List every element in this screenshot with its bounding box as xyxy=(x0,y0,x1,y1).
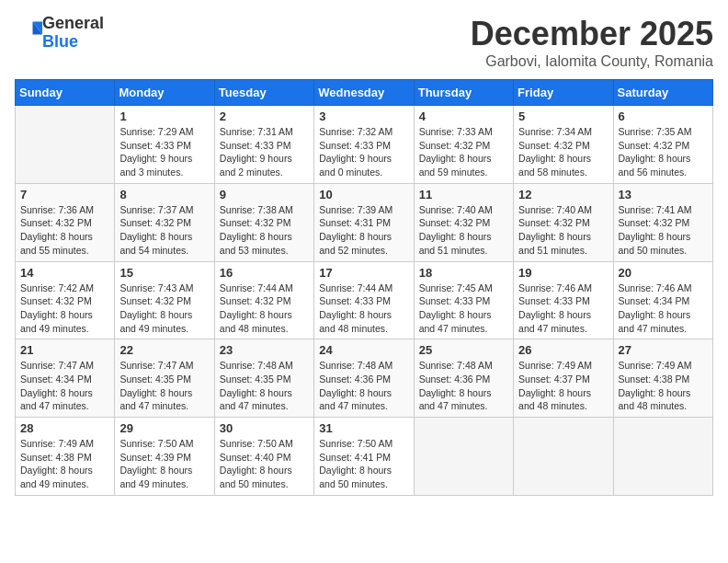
day-number: 15 xyxy=(119,266,209,280)
calendar-cell: 18Sunrise: 7:45 AM Sunset: 4:33 PM Dayli… xyxy=(414,261,513,339)
calendar-cell: 29Sunrise: 7:50 AM Sunset: 4:39 PM Dayli… xyxy=(115,418,214,496)
day-details: Sunrise: 7:48 AM Sunset: 4:36 PM Dayligh… xyxy=(319,359,408,413)
weekday-header-wednesday: Wednesday xyxy=(314,80,414,106)
week-row-3: 14Sunrise: 7:42 AM Sunset: 4:32 PM Dayli… xyxy=(16,261,713,339)
day-details: Sunrise: 7:39 AM Sunset: 4:31 PM Dayligh… xyxy=(319,203,408,258)
day-details: Sunrise: 7:42 AM Sunset: 4:32 PM Dayligh… xyxy=(20,282,109,336)
day-details: Sunrise: 7:46 AM Sunset: 4:34 PM Dayligh… xyxy=(619,282,708,336)
weekday-header-tuesday: Tuesday xyxy=(214,80,313,106)
day-details: Sunrise: 7:50 AM Sunset: 4:39 PM Dayligh… xyxy=(119,437,209,491)
day-number: 30 xyxy=(220,421,309,435)
calendar-cell: 9Sunrise: 7:38 AM Sunset: 4:32 PM Daylig… xyxy=(214,183,313,261)
day-number: 18 xyxy=(419,266,508,280)
day-number: 12 xyxy=(518,188,608,201)
calendar-cell: 22Sunrise: 7:47 AM Sunset: 4:35 PM Dayli… xyxy=(115,339,214,418)
calendar-cell: 19Sunrise: 7:46 AM Sunset: 4:33 PM Dayli… xyxy=(514,261,613,339)
calendar-cell: 2Sunrise: 7:31 AM Sunset: 4:33 PM Daylig… xyxy=(214,106,313,184)
day-number: 27 xyxy=(619,343,708,357)
calendar-cell: 16Sunrise: 7:44 AM Sunset: 4:32 PM Dayli… xyxy=(214,261,313,339)
day-number: 2 xyxy=(220,109,309,123)
day-details: Sunrise: 7:49 AM Sunset: 4:38 PM Dayligh… xyxy=(619,359,708,413)
location-subtitle: Garbovi, Ialomita County, Romania xyxy=(471,53,713,70)
day-number: 28 xyxy=(20,421,109,435)
calendar-cell: 4Sunrise: 7:33 AM Sunset: 4:32 PM Daylig… xyxy=(414,106,513,184)
calendar-cell: 15Sunrise: 7:43 AM Sunset: 4:32 PM Dayli… xyxy=(115,261,214,339)
day-details: Sunrise: 7:38 AM Sunset: 4:32 PM Dayligh… xyxy=(220,203,309,258)
day-details: Sunrise: 7:44 AM Sunset: 4:33 PM Dayligh… xyxy=(319,282,408,336)
weekday-header-saturday: Saturday xyxy=(613,80,712,106)
day-number: 21 xyxy=(20,343,109,357)
month-title: December 2025 xyxy=(471,15,713,53)
calendar-cell: 23Sunrise: 7:48 AM Sunset: 4:35 PM Dayli… xyxy=(214,339,313,418)
calendar-cell: 26Sunrise: 7:49 AM Sunset: 4:37 PM Dayli… xyxy=(514,339,613,418)
day-details: Sunrise: 7:43 AM Sunset: 4:32 PM Dayligh… xyxy=(119,282,209,336)
page-header: General Blue December 2025 Garbovi, Ialo… xyxy=(15,15,713,70)
calendar-cell: 1Sunrise: 7:29 AM Sunset: 4:33 PM Daylig… xyxy=(115,106,214,184)
logo-icon xyxy=(17,18,42,44)
week-row-5: 28Sunrise: 7:49 AM Sunset: 4:38 PM Dayli… xyxy=(16,418,713,496)
day-number: 16 xyxy=(220,266,309,280)
day-number: 31 xyxy=(319,421,408,435)
day-number: 9 xyxy=(220,188,309,201)
day-number: 20 xyxy=(619,266,708,280)
calendar-cell: 27Sunrise: 7:49 AM Sunset: 4:38 PM Dayli… xyxy=(613,339,712,418)
day-details: Sunrise: 7:49 AM Sunset: 4:37 PM Dayligh… xyxy=(518,359,608,413)
day-details: Sunrise: 7:48 AM Sunset: 4:36 PM Dayligh… xyxy=(419,359,508,413)
calendar-cell xyxy=(16,106,115,184)
title-area: December 2025 Garbovi, Ialomita County, … xyxy=(471,15,713,70)
day-number: 17 xyxy=(319,266,408,280)
logo: General Blue xyxy=(15,15,104,52)
weekday-header-monday: Monday xyxy=(115,80,214,106)
calendar-cell: 21Sunrise: 7:47 AM Sunset: 4:34 PM Dayli… xyxy=(16,339,115,418)
day-number: 1 xyxy=(119,109,209,123)
week-row-4: 21Sunrise: 7:47 AM Sunset: 4:34 PM Dayli… xyxy=(16,339,713,418)
calendar-cell: 11Sunrise: 7:40 AM Sunset: 4:32 PM Dayli… xyxy=(414,183,513,261)
day-details: Sunrise: 7:47 AM Sunset: 4:34 PM Dayligh… xyxy=(20,359,109,413)
calendar-table: SundayMondayTuesdayWednesdayThursdayFrid… xyxy=(15,79,713,496)
day-number: 8 xyxy=(119,188,209,201)
day-details: Sunrise: 7:31 AM Sunset: 4:33 PM Dayligh… xyxy=(220,125,309,179)
calendar-cell: 17Sunrise: 7:44 AM Sunset: 4:33 PM Dayli… xyxy=(314,261,414,339)
day-details: Sunrise: 7:35 AM Sunset: 4:32 PM Dayligh… xyxy=(619,125,708,179)
day-details: Sunrise: 7:33 AM Sunset: 4:32 PM Dayligh… xyxy=(419,125,508,179)
calendar-cell xyxy=(414,418,513,496)
day-details: Sunrise: 7:34 AM Sunset: 4:32 PM Dayligh… xyxy=(518,125,608,179)
day-details: Sunrise: 7:50 AM Sunset: 4:41 PM Dayligh… xyxy=(319,437,408,491)
weekday-header-thursday: Thursday xyxy=(414,80,513,106)
calendar-cell: 31Sunrise: 7:50 AM Sunset: 4:41 PM Dayli… xyxy=(314,418,414,496)
day-details: Sunrise: 7:48 AM Sunset: 4:35 PM Dayligh… xyxy=(220,359,309,413)
calendar-cell: 24Sunrise: 7:48 AM Sunset: 4:36 PM Dayli… xyxy=(314,339,414,418)
day-number: 7 xyxy=(20,188,109,201)
week-row-2: 7Sunrise: 7:36 AM Sunset: 4:32 PM Daylig… xyxy=(16,183,713,261)
day-number: 26 xyxy=(518,343,608,357)
calendar-cell: 10Sunrise: 7:39 AM Sunset: 4:31 PM Dayli… xyxy=(314,183,414,261)
weekday-header-row: SundayMondayTuesdayWednesdayThursdayFrid… xyxy=(16,80,713,106)
day-number: 5 xyxy=(518,109,608,123)
logo-text: General Blue xyxy=(42,15,104,52)
day-details: Sunrise: 7:40 AM Sunset: 4:32 PM Dayligh… xyxy=(419,203,508,258)
day-details: Sunrise: 7:41 AM Sunset: 4:32 PM Dayligh… xyxy=(619,203,708,258)
day-number: 3 xyxy=(319,109,408,123)
calendar-cell: 28Sunrise: 7:49 AM Sunset: 4:38 PM Dayli… xyxy=(16,418,115,496)
day-number: 29 xyxy=(119,421,209,435)
calendar-cell xyxy=(613,418,712,496)
day-number: 10 xyxy=(319,188,408,201)
day-number: 23 xyxy=(220,343,309,357)
day-details: Sunrise: 7:46 AM Sunset: 4:33 PM Dayligh… xyxy=(518,282,608,336)
calendar-cell: 13Sunrise: 7:41 AM Sunset: 4:32 PM Dayli… xyxy=(613,183,712,261)
calendar-cell: 20Sunrise: 7:46 AM Sunset: 4:34 PM Dayli… xyxy=(613,261,712,339)
day-number: 13 xyxy=(619,188,708,201)
day-number: 25 xyxy=(419,343,508,357)
day-number: 24 xyxy=(319,343,408,357)
day-details: Sunrise: 7:49 AM Sunset: 4:38 PM Dayligh… xyxy=(20,437,109,491)
day-details: Sunrise: 7:36 AM Sunset: 4:32 PM Dayligh… xyxy=(20,203,109,258)
calendar-cell: 5Sunrise: 7:34 AM Sunset: 4:32 PM Daylig… xyxy=(514,106,613,184)
calendar-cell xyxy=(514,418,613,496)
day-number: 14 xyxy=(20,266,109,280)
day-details: Sunrise: 7:29 AM Sunset: 4:33 PM Dayligh… xyxy=(119,125,209,179)
day-details: Sunrise: 7:44 AM Sunset: 4:32 PM Dayligh… xyxy=(220,282,309,336)
day-details: Sunrise: 7:50 AM Sunset: 4:40 PM Dayligh… xyxy=(220,437,309,491)
day-details: Sunrise: 7:32 AM Sunset: 4:33 PM Dayligh… xyxy=(319,125,408,179)
day-details: Sunrise: 7:37 AM Sunset: 4:32 PM Dayligh… xyxy=(119,203,209,258)
day-details: Sunrise: 7:45 AM Sunset: 4:33 PM Dayligh… xyxy=(419,282,508,336)
